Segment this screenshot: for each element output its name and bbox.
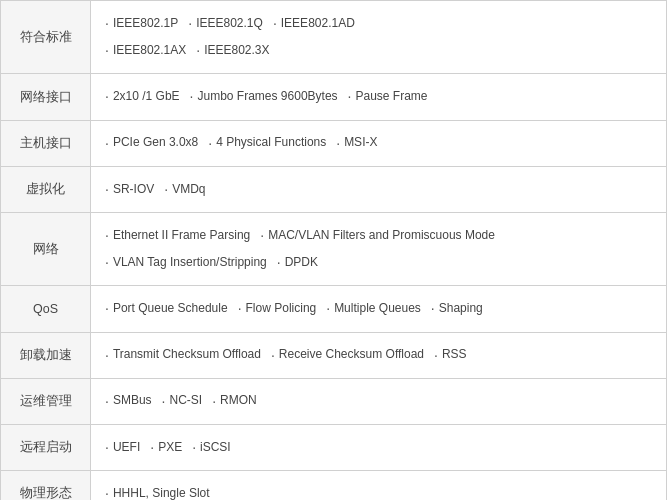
row-label: QoS (1, 286, 91, 332)
table-row: 远程启动UEFIPXEiSCSI (1, 424, 667, 470)
spec-item: Port Queue Schedule (105, 296, 228, 321)
spec-item: PCIe Gen 3.0x8 (105, 131, 198, 156)
spec-item: SMBus (105, 389, 152, 414)
spec-table: 符合标准IEEE802.1PIEEE802.1QIEEE802.1ADIEEE8… (0, 0, 667, 500)
spec-item: Receive Checksum Offload (271, 343, 424, 368)
table-row: 网络接口2x10 /1 GbEJumbo Frames 9600BytesPau… (1, 74, 667, 120)
spec-item: RSS (434, 343, 467, 368)
spec-item: Multiple Queues (326, 296, 421, 321)
table-row: 虚拟化SR-IOVVMDq (1, 166, 667, 212)
table-row: 网络Ethernet II Frame ParsingMAC/VLAN Filt… (1, 212, 667, 285)
row-value: IEEE802.1PIEEE802.1QIEEE802.1ADIEEE802.1… (91, 1, 667, 74)
row-label: 虚拟化 (1, 166, 91, 212)
spec-item: IEEE802.1AD (273, 11, 355, 36)
spec-item: IEEE802.3X (196, 38, 269, 63)
table-row: 物理形态HHHL, Single Slot (1, 471, 667, 500)
spec-item: MSI-X (336, 131, 377, 156)
spec-item: PXE (150, 435, 182, 460)
row-value: PCIe Gen 3.0x84 Physical FunctionsMSI-X (91, 120, 667, 166)
spec-item: iSCSI (192, 435, 231, 460)
table-row: 卸载加速Transmit Checksum OffloadReceive Che… (1, 332, 667, 378)
row-value: SR-IOVVMDq (91, 166, 667, 212)
spec-item: VLAN Tag Insertion/Stripping (105, 250, 267, 275)
spec-item: Flow Policing (238, 296, 317, 321)
row-value: Ethernet II Frame ParsingMAC/VLAN Filter… (91, 212, 667, 285)
row-value: UEFIPXEiSCSI (91, 424, 667, 470)
table-row: 主机接口PCIe Gen 3.0x84 Physical FunctionsMS… (1, 120, 667, 166)
spec-item: Transmit Checksum Offload (105, 343, 261, 368)
row-label: 主机接口 (1, 120, 91, 166)
spec-item: UEFI (105, 435, 140, 460)
spec-item: NC-SI (162, 389, 203, 414)
row-value: Transmit Checksum OffloadReceive Checksu… (91, 332, 667, 378)
row-label: 运维管理 (1, 378, 91, 424)
spec-item: RMON (212, 389, 257, 414)
spec-item: SR-IOV (105, 177, 154, 202)
table-row: 运维管理SMBusNC-SIRMON (1, 378, 667, 424)
spec-item: IEEE802.1P (105, 11, 178, 36)
spec-item: Pause Frame (348, 84, 428, 109)
spec-item: Shaping (431, 296, 483, 321)
table-row: QoSPort Queue ScheduleFlow PolicingMulti… (1, 286, 667, 332)
spec-item: Jumbo Frames 9600Bytes (190, 84, 338, 109)
row-label: 符合标准 (1, 1, 91, 74)
spec-item: DPDK (277, 250, 318, 275)
row-label: 网络接口 (1, 74, 91, 120)
row-value: SMBusNC-SIRMON (91, 378, 667, 424)
table-row: 符合标准IEEE802.1PIEEE802.1QIEEE802.1ADIEEE8… (1, 1, 667, 74)
row-label: 网络 (1, 212, 91, 285)
spec-item: Ethernet II Frame Parsing (105, 223, 250, 248)
spec-item: IEEE802.1AX (105, 38, 186, 63)
spec-item: IEEE802.1Q (188, 11, 263, 36)
row-value: HHHL, Single Slot (91, 471, 667, 500)
row-label: 卸载加速 (1, 332, 91, 378)
spec-item: MAC/VLAN Filters and Promiscuous Mode (260, 223, 495, 248)
row-value: Port Queue ScheduleFlow PolicingMultiple… (91, 286, 667, 332)
row-label: 物理形态 (1, 471, 91, 500)
spec-item: 2x10 /1 GbE (105, 84, 180, 109)
row-value: 2x10 /1 GbEJumbo Frames 9600BytesPause F… (91, 74, 667, 120)
row-label: 远程启动 (1, 424, 91, 470)
spec-item: HHHL, Single Slot (105, 481, 210, 500)
spec-item: VMDq (164, 177, 205, 202)
spec-item: 4 Physical Functions (208, 131, 326, 156)
